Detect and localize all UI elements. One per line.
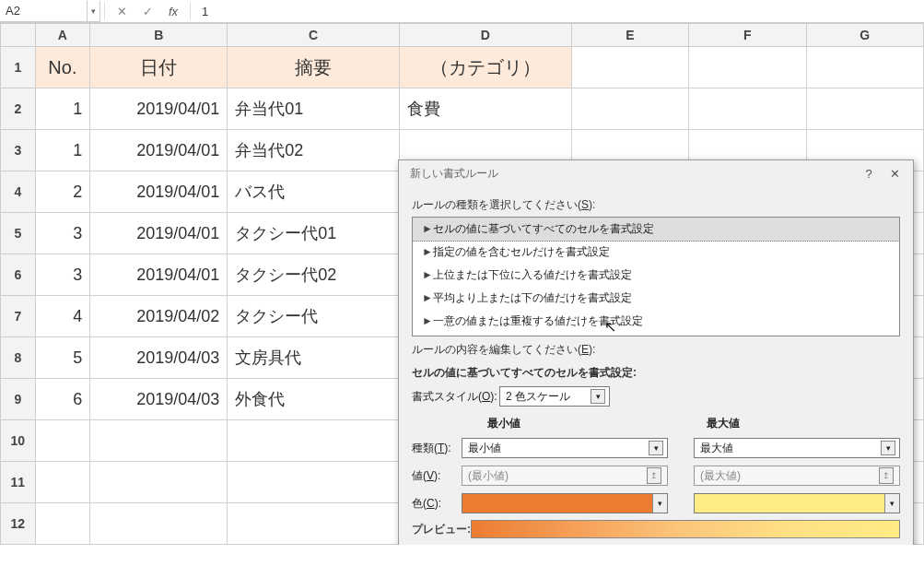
format-style-combo[interactable]: 2 色スケール ▾ <box>499 386 610 407</box>
max-column-header: 最大値 <box>707 416 900 431</box>
min-color-combo[interactable]: ▾ <box>462 493 668 513</box>
cell[interactable] <box>35 462 90 503</box>
cell[interactable]: 文房具代 <box>228 337 399 379</box>
chevron-down-icon: ▾ <box>652 494 667 513</box>
column-header[interactable]: A <box>35 24 90 47</box>
close-button[interactable]: ✕ <box>882 167 907 181</box>
cell[interactable] <box>228 420 399 462</box>
column-header[interactable]: D <box>399 24 571 47</box>
cell[interactable]: タクシー代01 <box>228 213 399 254</box>
rule-type-list[interactable]: ► セルの値に基づいてすべてのセルを書式設定► 指定の値を含むセルだけを書式設定… <box>412 217 900 336</box>
cell[interactable]: 1 <box>35 130 90 171</box>
name-box[interactable] <box>0 1 88 22</box>
cell[interactable]: 2019/04/01 <box>90 88 228 130</box>
formula-confirm-button[interactable]: ✓ <box>135 5 160 18</box>
chevron-down-icon: ▾ <box>649 441 663 455</box>
column-header[interactable]: E <box>571 24 688 47</box>
value-label: 値(V): <box>412 468 462 484</box>
row-header[interactable]: 12 <box>1 503 36 545</box>
cell[interactable]: タクシー代 <box>228 296 399 337</box>
range-picker-icon[interactable]: ↥ <box>647 467 661 484</box>
chevron-down-icon: ▾ <box>884 494 899 513</box>
cell[interactable]: 3 <box>35 254 90 296</box>
max-value-input[interactable]: (最大値) ↥ <box>694 466 900 486</box>
column-header[interactable]: F <box>689 24 806 47</box>
row-header[interactable]: 6 <box>1 254 36 296</box>
insert-function-button[interactable]: fx <box>160 5 186 18</box>
cell[interactable] <box>90 462 228 503</box>
row-header[interactable]: 2 <box>1 88 36 130</box>
rule-type-item[interactable]: ► 指定の値を含むセルだけを書式設定 <box>413 241 899 264</box>
help-button[interactable]: ? <box>856 167 882 181</box>
cell[interactable]: 1 <box>35 88 90 130</box>
cell[interactable]: 2019/04/01 <box>90 213 228 254</box>
rule-type-select-label: ルールの種類を選択してください(S): <box>412 197 900 213</box>
column-header[interactable]: B <box>90 24 228 47</box>
max-color-combo[interactable]: ▾ <box>694 493 900 513</box>
select-all-corner[interactable] <box>1 24 36 47</box>
cell[interactable]: タクシー代02 <box>228 254 399 296</box>
cell[interactable]: 4 <box>35 296 90 337</box>
column-header[interactable]: G <box>806 24 923 47</box>
formula-cancel-button[interactable]: ✕ <box>109 5 135 18</box>
row-header[interactable]: 8 <box>1 337 36 379</box>
cell[interactable] <box>806 47 923 88</box>
cell[interactable]: （カテゴリ） <box>399 47 571 88</box>
rule-type-item[interactable]: ► 一意の値または重複する値だけを書式設定 <box>413 310 899 333</box>
row-header[interactable]: 10 <box>1 420 36 462</box>
cell[interactable]: 外食代 <box>228 379 399 420</box>
name-box-dropdown[interactable]: ▾ <box>88 1 100 22</box>
cell[interactable] <box>689 88 806 130</box>
rule-type-item[interactable]: ► 数式を使用して、書式設定するセルを決定 <box>413 333 899 336</box>
cell[interactable]: 弁当代01 <box>228 88 399 130</box>
column-header[interactable]: C <box>228 24 399 47</box>
cell[interactable]: 2019/04/02 <box>90 296 228 337</box>
cell[interactable]: 日付 <box>90 47 228 88</box>
cell[interactable]: No. <box>35 47 90 88</box>
cell[interactable]: 6 <box>35 379 90 420</box>
rule-type-item[interactable]: ► セルの値に基づいてすべてのセルを書式設定 <box>412 217 900 242</box>
dialog-title: 新しい書式ルール <box>410 166 856 182</box>
cell[interactable]: 摘要 <box>228 47 399 88</box>
row-header[interactable]: 1 <box>1 47 36 88</box>
cell[interactable]: 2019/04/03 <box>90 379 228 420</box>
row-header[interactable]: 3 <box>1 130 36 171</box>
formula-input[interactable]: 1 <box>194 3 924 20</box>
min-type-combo[interactable]: 最小値 ▾ <box>462 438 668 458</box>
cell[interactable] <box>806 88 923 130</box>
row-header[interactable]: 11 <box>1 462 36 503</box>
min-value-input[interactable]: (最小値) ↥ <box>462 466 668 486</box>
cell[interactable] <box>35 420 90 462</box>
cell[interactable] <box>90 503 228 545</box>
cell[interactable]: 2019/04/01 <box>90 254 228 296</box>
row-header[interactable]: 4 <box>1 171 36 213</box>
dialog-titlebar[interactable]: 新しい書式ルール ? ✕ <box>399 160 913 186</box>
cell[interactable] <box>571 47 688 88</box>
format-style-label: 書式スタイル(O): <box>412 389 499 405</box>
edit-area-title: セルの値に基づいてすべてのセルを書式設定: <box>412 365 900 381</box>
chevron-down-icon: ▾ <box>881 441 895 455</box>
cell[interactable] <box>228 503 399 545</box>
cell[interactable]: 食費 <box>399 88 571 130</box>
rule-type-item[interactable]: ► 平均より上または下の値だけを書式設定 <box>413 287 899 310</box>
cell[interactable]: バス代 <box>228 171 399 213</box>
rule-type-item[interactable]: ► 上位または下位に入る値だけを書式設定 <box>413 264 899 287</box>
cell[interactable]: 2019/04/03 <box>90 337 228 379</box>
cell[interactable]: 3 <box>35 213 90 254</box>
cell[interactable]: 2 <box>35 171 90 213</box>
row-header[interactable]: 5 <box>1 213 36 254</box>
chevron-down-icon: ▾ <box>591 389 605 404</box>
cell[interactable]: 弁当代02 <box>228 130 399 171</box>
cell[interactable] <box>689 47 806 88</box>
cell[interactable] <box>228 462 399 503</box>
cell[interactable]: 5 <box>35 337 90 379</box>
cell[interactable]: 2019/04/01 <box>90 130 228 171</box>
row-header[interactable]: 9 <box>1 379 36 420</box>
cell[interactable] <box>571 88 688 130</box>
range-picker-icon[interactable]: ↥ <box>879 467 894 484</box>
cell[interactable]: 2019/04/01 <box>90 171 228 213</box>
row-header[interactable]: 7 <box>1 296 36 337</box>
cell[interactable] <box>90 420 228 462</box>
cell[interactable] <box>35 503 90 545</box>
max-type-combo[interactable]: 最大値 ▾ <box>694 438 900 458</box>
